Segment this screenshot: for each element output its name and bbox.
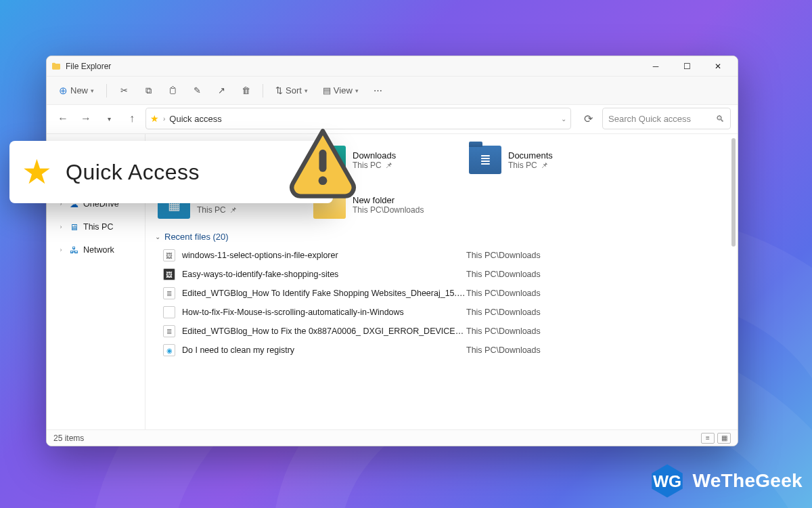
file-name: Easy-ways-to-identify-fake-shopping-site…: [182, 270, 466, 279]
copy-icon: ⧉: [145, 85, 152, 96]
file-icon: [163, 306, 175, 318]
search-input[interactable]: Search Quick access 🔍︎: [602, 108, 731, 129]
warning-icon: [286, 126, 360, 200]
view-button[interactable]: ▤ View ▾: [317, 81, 364, 101]
folder-location: This PC: [508, 161, 537, 170]
file-location: This PC\Downloads: [466, 270, 541, 279]
address-path: Quick access: [169, 114, 221, 124]
rename-icon: ✎: [194, 85, 201, 96]
star-icon: ★: [22, 152, 52, 192]
plus-icon: ⊕: [59, 85, 68, 97]
star-icon: ★: [150, 113, 159, 124]
file-row[interactable]: ≣ Edited_WTGBlog_How To Identify Fake Sh…: [163, 284, 731, 303]
view-button-label: View: [334, 85, 353, 96]
chevron-down-icon: ▾: [355, 87, 359, 94]
sidebar-item-network[interactable]: › 🖧 Network: [47, 241, 145, 259]
sort-icon: ⇅: [275, 85, 283, 96]
expand-icon[interactable]: ›: [58, 224, 64, 230]
file-row[interactable]: ◉ Do I need to clean my registry This PC…: [163, 341, 731, 360]
chevron-right-icon: ›: [163, 115, 165, 123]
recent-files-list: 🖼︎ windows-11-select-options-in-file-exp…: [145, 245, 738, 366]
window-title: File Explorer: [66, 62, 111, 71]
titlebar: File Explorer ─ ☐ ✕: [47, 56, 738, 77]
file-name: Edited_WTGBlog_How to Fix the 0x887A0006…: [182, 326, 466, 336]
file-explorer-window: File Explorer ─ ☐ ✕ ⊕ New ▾ ✂ ⧉ 📋︎ ✎ ↗ 🗑…: [46, 56, 738, 446]
view-icon: ▤: [323, 85, 331, 96]
up-button[interactable]: ↑: [122, 109, 141, 128]
maximize-button[interactable]: ☐: [671, 56, 702, 77]
file-name: windows-11-select-options-in-file-explor…: [182, 251, 466, 260]
paste-button[interactable]: 📋︎: [162, 81, 183, 101]
document-icon: ≣: [469, 146, 501, 174]
file-icon: ◉: [163, 344, 175, 356]
quick-access-overlay: ★ Quick Access: [9, 141, 333, 203]
file-icon: 🖼︎: [163, 249, 175, 261]
cut-button[interactable]: ✂: [114, 81, 134, 101]
pin-icon: 📌︎: [541, 161, 548, 169]
nav-row: ← → ▾ ↑ ★ › Quick access ⌄ ⟳ Search Quic…: [47, 105, 738, 133]
pin-icon: 📌︎: [229, 206, 237, 214]
file-location: This PC\Downloads: [466, 326, 541, 336]
rename-button[interactable]: ✎: [187, 81, 207, 101]
trash-icon: 🗑︎: [242, 85, 250, 96]
file-row[interactable]: ≣ Edited_WTGBlog_How to Fix the 0x887A00…: [163, 322, 731, 341]
divider: [106, 84, 107, 98]
sidebar-item-this-pc[interactable]: › 🖥︎ This PC: [47, 218, 145, 236]
svg-rect-0: [319, 150, 327, 172]
file-name: How-to-fix-Fix-Mouse-is-scrolling-automa…: [182, 308, 466, 317]
overlay-label: Quick Access: [66, 160, 200, 185]
share-icon: ↗: [218, 85, 225, 96]
divider: [263, 84, 263, 98]
details-view-toggle[interactable]: ≡: [701, 433, 715, 444]
watermark-text: WeTheGeek: [693, 470, 803, 492]
sort-button[interactable]: ⇅ Sort ▾: [270, 81, 313, 101]
file-row[interactable]: 🖼︎ Easy-ways-to-identify-fake-shopping-s…: [163, 265, 731, 284]
refresh-button[interactable]: ⟳: [578, 109, 598, 128]
tiles-view-toggle[interactable]: ▦: [717, 433, 731, 444]
folder-location: This PC\Downloads: [353, 205, 424, 215]
back-button[interactable]: ←: [53, 109, 72, 128]
folder-name: New folder: [353, 195, 424, 205]
wethegeek-logo-icon: WG: [648, 462, 686, 500]
scrollbar[interactable]: [727, 134, 737, 429]
delete-button[interactable]: 🗑︎: [235, 81, 256, 101]
network-icon: 🖧: [68, 245, 79, 255]
file-location: This PC\Downloads: [466, 251, 541, 260]
minimize-button[interactable]: ─: [640, 56, 671, 77]
close-button[interactable]: ✕: [702, 56, 734, 77]
folder-location: This PC: [197, 205, 226, 215]
folder-tile-documents[interactable]: ≣ Documents This PC 📌︎: [469, 141, 604, 179]
recent-files-label: Recent files (20): [164, 232, 229, 242]
file-row[interactable]: How-to-fix-Fix-Mouse-is-scrolling-automa…: [163, 303, 731, 322]
expand-icon[interactable]: ›: [58, 247, 64, 253]
file-icon: 🖼︎: [163, 268, 175, 280]
svg-text:WG: WG: [652, 472, 681, 490]
sidebar-item-label: Network: [83, 245, 114, 255]
chevron-down-icon: ⌄: [155, 233, 160, 240]
history-dropdown[interactable]: ▾: [99, 109, 118, 128]
watermark: WG WeTheGeek: [648, 462, 803, 500]
new-button-label: New: [70, 85, 88, 96]
share-button[interactable]: ↗: [211, 81, 231, 101]
chevron-down-icon: ▾: [304, 87, 308, 94]
file-location: This PC\Downloads: [466, 308, 541, 317]
file-name: Edited_WTGBlog_How To Identify Fake Shop…: [182, 289, 466, 298]
file-row[interactable]: 🖼︎ windows-11-select-options-in-file-exp…: [163, 246, 731, 265]
pin-icon: 📌︎: [385, 161, 392, 169]
new-button[interactable]: ⊕ New ▾: [53, 81, 99, 101]
status-bar: 25 items ≡ ▦: [47, 429, 738, 446]
recent-files-heading[interactable]: ⌄ Recent files (20): [145, 228, 738, 245]
scissors-icon: ✂: [120, 85, 128, 96]
chevron-down-icon[interactable]: ⌄: [561, 115, 566, 123]
sidebar-item-label: This PC: [83, 222, 113, 232]
chevron-down-icon: ▾: [91, 87, 94, 94]
copy-button[interactable]: ⧉: [138, 81, 158, 101]
toolbar: ⊕ New ▾ ✂ ⧉ 📋︎ ✎ ↗ 🗑︎ ⇅ Sort ▾ ▤ View ▾ …: [47, 77, 738, 105]
clipboard-icon: 📋︎: [168, 85, 177, 96]
forward-button[interactable]: →: [76, 109, 95, 128]
ellipsis-icon: ⋯: [374, 85, 382, 96]
more-button[interactable]: ⋯: [368, 81, 388, 101]
item-count: 25 items: [53, 433, 84, 443]
sort-button-label: Sort: [286, 85, 302, 96]
file-location: This PC\Downloads: [466, 289, 541, 298]
